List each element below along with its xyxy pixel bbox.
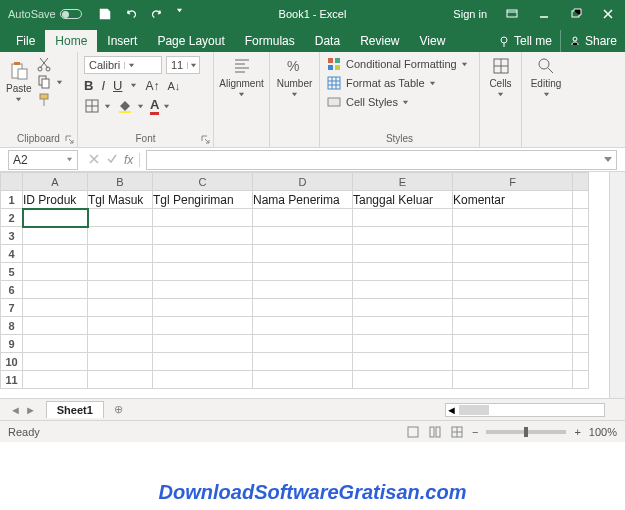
cell[interactable] [253, 353, 353, 371]
clipboard-dialog-launcher[interactable] [65, 135, 74, 144]
zoom-in-icon[interactable]: + [574, 426, 580, 438]
cell[interactable] [88, 353, 153, 371]
font-name-combo[interactable]: Calibri [84, 56, 162, 74]
cell[interactable] [88, 299, 153, 317]
cell[interactable] [153, 371, 253, 389]
underline-icon[interactable]: U [113, 78, 122, 93]
row-header[interactable]: 7 [1, 299, 23, 317]
cell[interactable] [23, 263, 88, 281]
copy-button[interactable] [36, 74, 63, 90]
column-header[interactable]: B [88, 173, 153, 191]
alignment-button[interactable]: Alignment [220, 56, 263, 98]
cell[interactable] [353, 227, 453, 245]
cell[interactable] [23, 371, 88, 389]
vertical-scrollbar[interactable] [609, 172, 625, 398]
cell[interactable] [88, 263, 153, 281]
cell[interactable] [153, 281, 253, 299]
tab-data[interactable]: Data [305, 30, 350, 52]
autosave-toggle[interactable]: AutoSave [8, 8, 82, 20]
cell[interactable]: ID Produk [23, 191, 88, 209]
normal-view-icon[interactable] [406, 425, 420, 439]
cell[interactable] [88, 371, 153, 389]
cancel-icon[interactable] [88, 153, 100, 165]
number-button[interactable]: % Number [276, 56, 313, 98]
border-button[interactable] [84, 98, 111, 114]
zoom-slider[interactable] [486, 430, 566, 434]
cell[interactable] [453, 371, 573, 389]
cell[interactable] [23, 227, 88, 245]
font-color-button[interactable]: A [150, 97, 170, 115]
cell[interactable] [353, 317, 453, 335]
increase-font-icon[interactable]: A↑ [145, 79, 159, 93]
decrease-font-icon[interactable]: A↓ [167, 80, 180, 92]
row-header[interactable]: 9 [1, 335, 23, 353]
cell[interactable] [253, 209, 353, 227]
prev-sheet-icon[interactable]: ◄ [10, 404, 21, 416]
cell[interactable]: Nama Penerima [253, 191, 353, 209]
sign-in-link[interactable]: Sign in [453, 8, 487, 20]
qat-customize-icon[interactable] [176, 7, 183, 14]
cell[interactable] [88, 227, 153, 245]
italic-icon[interactable]: I [101, 78, 105, 93]
cell[interactable] [353, 371, 453, 389]
share-button[interactable]: Share [560, 30, 625, 52]
cell[interactable] [453, 353, 573, 371]
cell-styles-button[interactable]: Cell Styles [326, 94, 473, 110]
spreadsheet-grid[interactable]: ABCDEF1ID ProdukTgl MasukTgl PengirimanN… [0, 172, 589, 389]
cell[interactable] [153, 263, 253, 281]
row-header[interactable]: 1 [1, 191, 23, 209]
zoom-out-icon[interactable]: − [472, 426, 478, 438]
row-header[interactable]: 10 [1, 353, 23, 371]
cell[interactable] [253, 335, 353, 353]
cell[interactable] [153, 299, 253, 317]
row-header[interactable]: 5 [1, 263, 23, 281]
cell[interactable] [253, 371, 353, 389]
cell[interactable] [253, 245, 353, 263]
cell[interactable] [23, 353, 88, 371]
tab-file[interactable]: File [6, 30, 45, 52]
cell[interactable] [153, 317, 253, 335]
cell[interactable] [453, 335, 573, 353]
row-header[interactable]: 4 [1, 245, 23, 263]
page-layout-view-icon[interactable] [428, 425, 442, 439]
formula-input[interactable] [146, 150, 617, 170]
cell[interactable] [253, 281, 353, 299]
name-box[interactable]: A2 [8, 150, 78, 170]
select-all-corner[interactable] [1, 173, 23, 191]
restore-icon[interactable] [569, 7, 583, 21]
fill-color-button[interactable] [117, 98, 144, 114]
cell[interactable] [353, 353, 453, 371]
column-header[interactable]: A [23, 173, 88, 191]
undo-icon[interactable] [124, 7, 138, 21]
page-break-view-icon[interactable] [450, 425, 464, 439]
cell[interactable] [453, 299, 573, 317]
cell[interactable] [23, 281, 88, 299]
cut-icon[interactable] [36, 56, 52, 72]
cell[interactable] [88, 281, 153, 299]
bold-icon[interactable]: B [84, 78, 93, 93]
save-icon[interactable] [98, 7, 112, 21]
cell[interactable] [453, 263, 573, 281]
tab-formulas[interactable]: Formulas [235, 30, 305, 52]
cell[interactable] [153, 227, 253, 245]
editing-button[interactable]: Editing [528, 56, 564, 98]
format-painter-icon[interactable] [36, 92, 52, 108]
cell[interactable] [23, 245, 88, 263]
fx-icon[interactable]: fx [124, 153, 133, 167]
tab-insert[interactable]: Insert [97, 30, 147, 52]
minimize-icon[interactable] [537, 7, 551, 21]
cell[interactable] [453, 209, 573, 227]
row-header[interactable]: 3 [1, 227, 23, 245]
cells-button[interactable]: Cells [486, 56, 515, 98]
cell[interactable] [353, 263, 453, 281]
cell[interactable] [88, 317, 153, 335]
conditional-formatting-button[interactable]: Conditional Formatting [326, 56, 473, 72]
horizontal-scrollbar[interactable]: ◄ [445, 403, 605, 417]
expand-icon[interactable] [602, 153, 614, 165]
sheet-tab-sheet1[interactable]: Sheet1 [46, 401, 104, 418]
cell[interactable] [23, 299, 88, 317]
cell[interactable] [88, 209, 153, 227]
tab-page-layout[interactable]: Page Layout [147, 30, 234, 52]
row-header[interactable]: 8 [1, 317, 23, 335]
enter-icon[interactable] [106, 153, 118, 165]
